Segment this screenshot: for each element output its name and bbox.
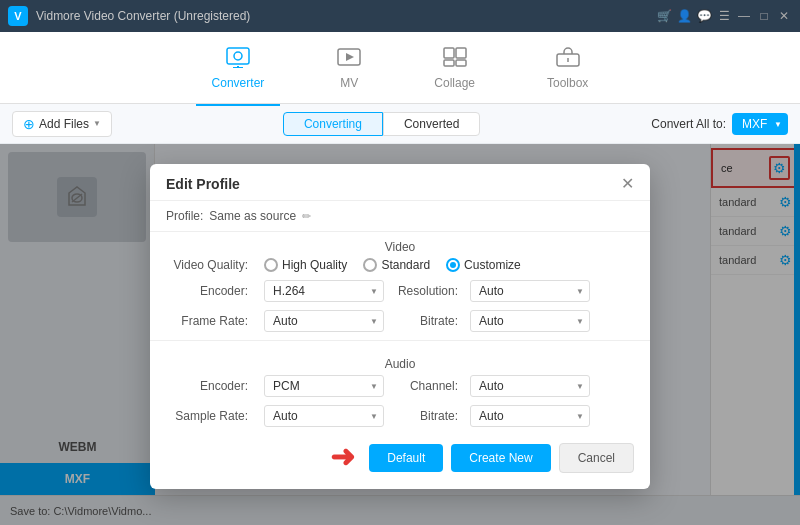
video-quality-row: Video Quality: High Quality Standard [166,258,634,272]
framerate-select-wrap: Auto [264,310,384,332]
samplerate-bitrate-row: Sample Rate: Auto Bitrate: Auto [166,405,634,427]
app-icon: V [8,6,28,26]
resolution-select-wrap: Auto [470,280,590,302]
collage-icon [442,46,468,72]
modal-footer: Default ➜ Create New Cancel [150,435,650,473]
resolution-select[interactable]: Auto [470,280,590,302]
audio-encoder-channel-row: Encoder: PCM Channel: Auto [166,375,634,397]
sample-rate-select-wrap: Auto [264,405,384,427]
sample-rate-select[interactable]: Auto [264,405,384,427]
profile-edit-icon[interactable]: ✏ [302,210,311,223]
framerate-label: Frame Rate: [166,314,256,328]
audio-encoder-select[interactable]: PCM [264,375,384,397]
audio-grid: Encoder: PCM Channel: Auto [150,375,650,427]
resolution-label: Resolution: [392,284,462,298]
main-content: ce ⚙ tandard ⚙ tandard ⚙ tandard ⚙ WEBM … [0,144,800,525]
video-bitrate-label: Bitrate: [392,314,462,328]
tab-converter[interactable]: Converter [196,38,281,98]
svg-marker-5 [346,53,354,61]
converting-tab[interactable]: Converting [283,112,383,136]
create-new-button[interactable]: Create New [451,444,550,472]
radio-high-circle [264,258,278,272]
video-bitrate-select[interactable]: Auto [470,310,590,332]
add-files-label: Add Files [39,117,89,131]
quality-high[interactable]: High Quality [264,258,347,272]
quality-standard[interactable]: Standard [363,258,430,272]
section-divider [150,340,650,341]
radio-customize-circle [446,258,460,272]
modal-title: Edit Profile [166,176,240,192]
encoder-select-wrap: H.264 [264,280,384,302]
menu-icon[interactable]: ☰ [716,8,732,24]
audio-encoder-label: Encoder: [166,379,256,393]
svg-rect-9 [456,60,466,66]
modal-profile-row: Profile: Same as source ✏ [150,201,650,232]
nav-bar: Converter MV Collage Toolbox [0,32,800,104]
tab-collage[interactable]: Collage [418,38,491,98]
svg-rect-7 [456,48,466,58]
framerate-select[interactable]: Auto [264,310,384,332]
video-grid: Video Quality: High Quality Standard [150,258,650,332]
modal-close-button[interactable]: ✕ [621,176,634,192]
modal-overlay: Edit Profile ✕ Profile: Same as source ✏… [0,144,800,525]
plus-icon: ⊕ [23,116,35,132]
quality-customize[interactable]: Customize [446,258,521,272]
format-select-wrap: MXF [732,113,788,135]
quality-high-label: High Quality [282,258,347,272]
toolbox-icon [555,46,581,72]
tab-mv[interactable]: MV [320,38,378,98]
add-files-button[interactable]: ⊕ Add Files ▼ [12,111,112,137]
minimize-button[interactable]: — [736,8,752,24]
default-button[interactable]: Default [369,444,443,472]
channel-select-wrap: Auto [470,375,590,397]
profile-value: Same as source [209,209,296,223]
converted-tab[interactable]: Converted [383,112,480,136]
channel-select[interactable]: Auto [470,375,590,397]
cancel-button[interactable]: Cancel [559,443,634,473]
svg-rect-8 [444,60,454,66]
quality-standard-label: Standard [381,258,430,272]
tab-toolbox[interactable]: Toolbox [531,38,604,98]
mv-icon [336,46,362,72]
close-button[interactable]: ✕ [776,8,792,24]
quality-radio-group: High Quality Standard Customize [264,258,521,272]
channel-label: Channel: [392,379,462,393]
video-bitrate-select-wrap: Auto [470,310,590,332]
maximize-button[interactable]: □ [756,8,772,24]
audio-encoder-select-wrap: PCM [264,375,384,397]
encoder-select[interactable]: H.264 [264,280,384,302]
edit-profile-modal: Edit Profile ✕ Profile: Same as source ✏… [150,164,650,489]
video-section-label: Video [150,232,650,258]
svg-point-1 [234,52,242,60]
svg-rect-6 [444,48,454,58]
toolbox-tab-label: Toolbox [547,76,588,90]
audio-bitrate-select-wrap: Auto [470,405,590,427]
user-icon[interactable]: 👤 [676,8,692,24]
profile-label: Profile: [166,209,203,223]
toolbar: ⊕ Add Files ▼ Converting Converted Conve… [0,104,800,144]
svg-rect-0 [227,48,249,64]
title-bar: V Vidmore Video Converter (Unregistered)… [0,0,800,32]
resolution-field: Resolution: Auto [392,280,590,302]
audio-section-label: Audio [150,349,650,375]
convert-all-label: Convert All to: [651,117,726,131]
channel-field: Channel: Auto [392,375,590,397]
video-quality-label: Video Quality: [166,258,256,272]
audio-bitrate-label: Bitrate: [392,409,462,423]
audio-bitrate-field: Bitrate: Auto [392,405,590,427]
audio-bitrate-select[interactable]: Auto [470,405,590,427]
sample-rate-label: Sample Rate: [166,409,256,423]
format-select[interactable]: MXF [732,113,788,135]
chat-icon[interactable]: 💬 [696,8,712,24]
framerate-bitrate-row: Frame Rate: Auto Bitrate: Auto [166,310,634,332]
encoder-resolution-row: Encoder: H.264 Resolution: Auto [166,280,634,302]
radio-customize-dot [450,262,456,268]
quality-customize-label: Customize [464,258,521,272]
modal-header: Edit Profile ✕ [150,164,650,201]
collage-tab-label: Collage [434,76,475,90]
sub-tab-group: Converting Converted [120,112,643,136]
cart-icon[interactable]: 🛒 [656,8,672,24]
window-controls: 🛒 👤 💬 ☰ — □ ✕ [656,8,792,24]
video-bitrate-field: Bitrate: Auto [392,310,590,332]
encoder-label: Encoder: [166,284,256,298]
